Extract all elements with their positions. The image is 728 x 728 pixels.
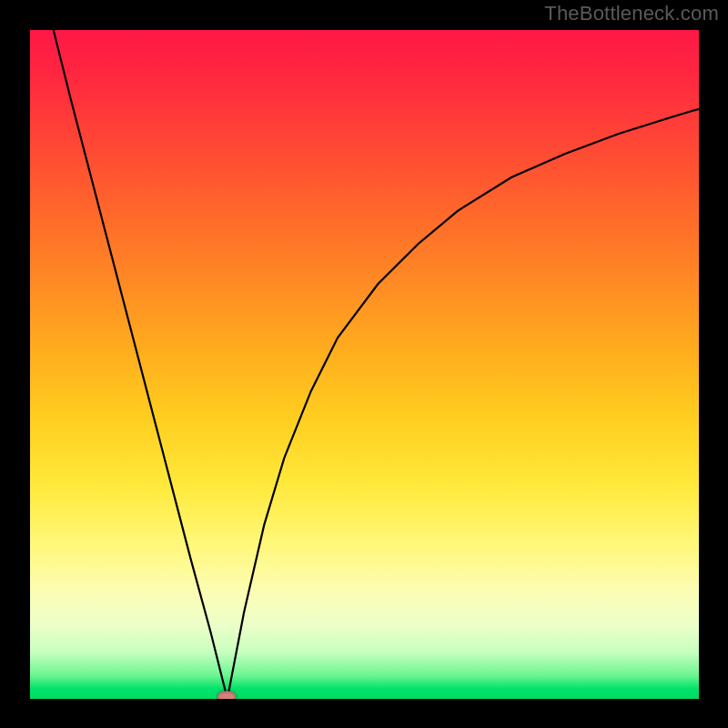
watermark-text: TheBottleneck.com xyxy=(544,2,719,25)
curve-left-branch xyxy=(54,30,228,699)
minimum-marker-dot xyxy=(217,691,237,699)
curve-right-branch xyxy=(228,109,699,699)
chart-plot-area xyxy=(30,30,699,699)
chart-svg xyxy=(30,30,699,699)
